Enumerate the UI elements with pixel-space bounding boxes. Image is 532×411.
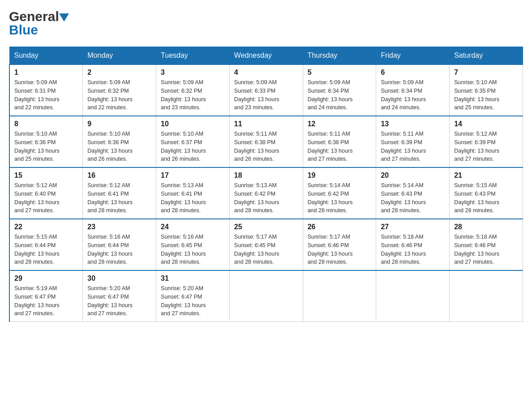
calendar-cell: 31 Sunrise: 5:20 AM Sunset: 6:47 PM Dayl…	[156, 270, 230, 322]
calendar-cell: 28 Sunrise: 5:18 AM Sunset: 6:46 PM Dayl…	[450, 219, 523, 270]
day-number: 11	[234, 120, 298, 128]
day-number: 24	[161, 223, 225, 231]
calendar-cell: 14 Sunrise: 5:12 AM Sunset: 6:39 PM Dayl…	[450, 116, 523, 167]
logo-general-text: General	[9, 9, 59, 24]
calendar-cell: 8 Sunrise: 5:10 AM Sunset: 6:36 PM Dayli…	[9, 116, 83, 167]
day-info: Sunrise: 5:10 AM Sunset: 6:36 PM Dayligh…	[87, 130, 151, 163]
day-number: 30	[87, 274, 151, 283]
day-number: 7	[454, 68, 518, 77]
day-info: Sunrise: 5:16 AM Sunset: 6:45 PM Dayligh…	[161, 233, 225, 266]
calendar-cell: 12 Sunrise: 5:11 AM Sunset: 6:38 PM Dayl…	[303, 116, 376, 167]
calendar-week-4: 22 Sunrise: 5:15 AM Sunset: 6:44 PM Dayl…	[9, 219, 523, 270]
day-number: 22	[14, 223, 78, 231]
day-number: 17	[161, 171, 225, 180]
day-number: 8	[14, 120, 78, 128]
day-info: Sunrise: 5:15 AM Sunset: 6:44 PM Dayligh…	[14, 233, 78, 266]
page-header: General Blue	[9, 9, 523, 38]
day-number: 23	[87, 223, 151, 231]
day-info: Sunrise: 5:18 AM Sunset: 6:46 PM Dayligh…	[381, 233, 445, 266]
day-info: Sunrise: 5:14 AM Sunset: 6:42 PM Dayligh…	[308, 181, 372, 215]
day-number: 27	[381, 223, 445, 231]
day-number: 12	[308, 120, 372, 128]
day-number: 2	[87, 68, 151, 77]
calendar-cell: 16 Sunrise: 5:12 AM Sunset: 6:41 PM Dayl…	[83, 167, 156, 219]
day-info: Sunrise: 5:19 AM Sunset: 6:47 PM Dayligh…	[14, 284, 78, 318]
day-info: Sunrise: 5:10 AM Sunset: 6:35 PM Dayligh…	[454, 78, 518, 112]
calendar-cell: 13 Sunrise: 5:11 AM Sunset: 6:39 PM Dayl…	[376, 116, 450, 167]
calendar-cell: 19 Sunrise: 5:14 AM Sunset: 6:42 PM Dayl…	[303, 167, 376, 219]
day-number: 19	[308, 171, 372, 180]
days-of-week-row: SundayMondayTuesdayWednesdayThursdayFrid…	[9, 47, 523, 65]
day-info: Sunrise: 5:17 AM Sunset: 6:46 PM Dayligh…	[308, 233, 372, 266]
day-number: 1	[14, 68, 78, 77]
day-info: Sunrise: 5:15 AM Sunset: 6:43 PM Dayligh…	[454, 181, 518, 215]
day-info: Sunrise: 5:13 AM Sunset: 6:42 PM Dayligh…	[234, 181, 298, 215]
day-number: 28	[454, 223, 518, 231]
day-header-wednesday: Wednesday	[229, 47, 303, 65]
calendar-week-5: 29 Sunrise: 5:19 AM Sunset: 6:47 PM Dayl…	[9, 270, 523, 322]
calendar-cell: 7 Sunrise: 5:10 AM Sunset: 6:35 PM Dayli…	[450, 64, 523, 116]
day-header-friday: Friday	[376, 47, 450, 65]
day-info: Sunrise: 5:09 AM Sunset: 6:34 PM Dayligh…	[308, 78, 372, 112]
calendar-cell: 10 Sunrise: 5:10 AM Sunset: 6:37 PM Dayl…	[156, 116, 230, 167]
day-info: Sunrise: 5:20 AM Sunset: 6:47 PM Dayligh…	[87, 284, 151, 318]
calendar-cell	[450, 270, 523, 322]
logo-blue-text: Blue	[9, 22, 38, 37]
day-number: 5	[308, 68, 372, 77]
day-number: 18	[234, 171, 298, 180]
day-info: Sunrise: 5:12 AM Sunset: 6:39 PM Dayligh…	[454, 130, 518, 163]
day-info: Sunrise: 5:13 AM Sunset: 6:41 PM Dayligh…	[161, 181, 225, 215]
calendar-cell: 20 Sunrise: 5:14 AM Sunset: 6:43 PM Dayl…	[376, 167, 450, 219]
calendar-cell: 4 Sunrise: 5:09 AM Sunset: 6:33 PM Dayli…	[229, 64, 303, 116]
day-info: Sunrise: 5:09 AM Sunset: 6:31 PM Dayligh…	[14, 78, 78, 112]
day-header-sunday: Sunday	[9, 47, 83, 65]
day-header-thursday: Thursday	[303, 47, 376, 65]
day-number: 6	[381, 68, 445, 77]
day-header-tuesday: Tuesday	[156, 47, 230, 65]
calendar-week-3: 15 Sunrise: 5:12 AM Sunset: 6:40 PM Dayl…	[9, 167, 523, 219]
svg-marker-0	[59, 13, 69, 21]
calendar-cell	[376, 270, 450, 322]
calendar-cell: 25 Sunrise: 5:17 AM Sunset: 6:45 PM Dayl…	[229, 219, 303, 270]
logo-arrow-icon	[59, 13, 69, 23]
day-number: 25	[234, 223, 298, 231]
calendar-cell: 21 Sunrise: 5:15 AM Sunset: 6:43 PM Dayl…	[450, 167, 523, 219]
calendar-cell: 23 Sunrise: 5:16 AM Sunset: 6:44 PM Dayl…	[83, 219, 156, 270]
day-info: Sunrise: 5:10 AM Sunset: 6:37 PM Dayligh…	[161, 130, 225, 163]
day-number: 4	[234, 68, 298, 77]
calendar-cell: 29 Sunrise: 5:19 AM Sunset: 6:47 PM Dayl…	[9, 270, 83, 322]
day-header-monday: Monday	[83, 47, 156, 65]
day-number: 3	[161, 68, 225, 77]
calendar-cell: 18 Sunrise: 5:13 AM Sunset: 6:42 PM Dayl…	[229, 167, 303, 219]
calendar-cell	[303, 270, 376, 322]
day-header-saturday: Saturday	[450, 47, 523, 65]
day-info: Sunrise: 5:20 AM Sunset: 6:47 PM Dayligh…	[161, 284, 225, 318]
day-number: 16	[87, 171, 151, 180]
day-info: Sunrise: 5:12 AM Sunset: 6:41 PM Dayligh…	[87, 181, 151, 215]
day-number: 26	[308, 223, 372, 231]
calendar-week-2: 8 Sunrise: 5:10 AM Sunset: 6:36 PM Dayli…	[9, 116, 523, 167]
calendar-cell: 2 Sunrise: 5:09 AM Sunset: 6:32 PM Dayli…	[83, 64, 156, 116]
calendar-cell: 26 Sunrise: 5:17 AM Sunset: 6:46 PM Dayl…	[303, 219, 376, 270]
day-info: Sunrise: 5:17 AM Sunset: 6:45 PM Dayligh…	[234, 233, 298, 266]
calendar-cell: 30 Sunrise: 5:20 AM Sunset: 6:47 PM Dayl…	[83, 270, 156, 322]
day-info: Sunrise: 5:16 AM Sunset: 6:44 PM Dayligh…	[87, 233, 151, 266]
day-info: Sunrise: 5:11 AM Sunset: 6:39 PM Dayligh…	[381, 130, 445, 163]
calendar-cell: 27 Sunrise: 5:18 AM Sunset: 6:46 PM Dayl…	[376, 219, 450, 270]
day-info: Sunrise: 5:09 AM Sunset: 6:33 PM Dayligh…	[234, 78, 298, 112]
calendar-cell: 9 Sunrise: 5:10 AM Sunset: 6:36 PM Dayli…	[83, 116, 156, 167]
calendar-week-1: 1 Sunrise: 5:09 AM Sunset: 6:31 PM Dayli…	[9, 64, 523, 116]
day-info: Sunrise: 5:12 AM Sunset: 6:40 PM Dayligh…	[14, 181, 78, 215]
day-number: 20	[381, 171, 445, 180]
calendar-cell: 5 Sunrise: 5:09 AM Sunset: 6:34 PM Dayli…	[303, 64, 376, 116]
calendar-header: SundayMondayTuesdayWednesdayThursdayFrid…	[9, 47, 523, 65]
day-number: 9	[87, 120, 151, 128]
day-info: Sunrise: 5:09 AM Sunset: 6:32 PM Dayligh…	[161, 78, 225, 112]
day-info: Sunrise: 5:14 AM Sunset: 6:43 PM Dayligh…	[381, 181, 445, 215]
calendar-body: 1 Sunrise: 5:09 AM Sunset: 6:31 PM Dayli…	[9, 64, 523, 322]
calendar-cell: 11 Sunrise: 5:11 AM Sunset: 6:38 PM Dayl…	[229, 116, 303, 167]
calendar-table: SundayMondayTuesdayWednesdayThursdayFrid…	[9, 47, 523, 322]
day-info: Sunrise: 5:11 AM Sunset: 6:38 PM Dayligh…	[234, 130, 298, 163]
day-number: 10	[161, 120, 225, 128]
day-info: Sunrise: 5:09 AM Sunset: 6:34 PM Dayligh…	[381, 78, 445, 112]
